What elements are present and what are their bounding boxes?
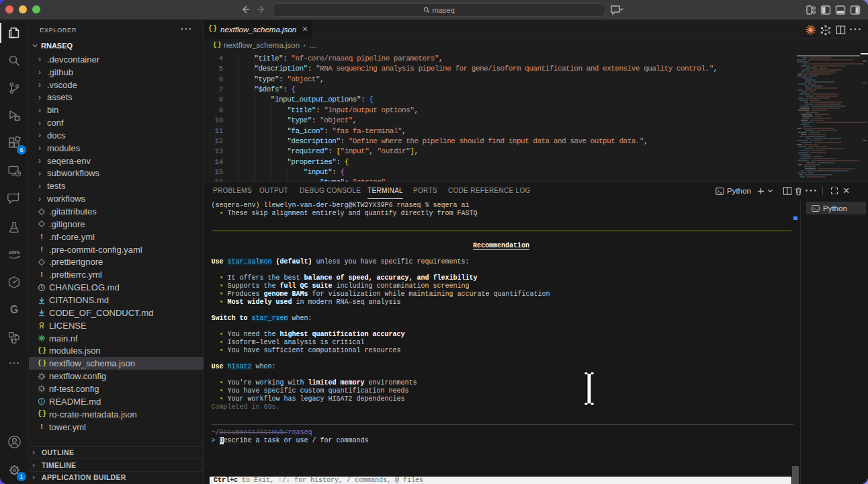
svg-text:aws: aws: [8, 249, 19, 255]
svg-text:G: G: [10, 304, 18, 315]
